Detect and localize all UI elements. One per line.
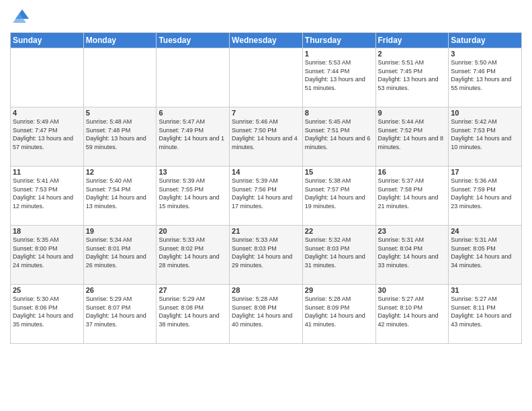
- day-info: Sunrise: 5:27 AM Sunset: 8:10 PM Dayligh…: [378, 295, 447, 328]
- calendar-cell: 6Sunrise: 5:47 AM Sunset: 7:49 PM Daylig…: [157, 107, 230, 167]
- calendar-cell: 16Sunrise: 5:37 AM Sunset: 7:58 PM Dayli…: [375, 167, 449, 226]
- calendar-cell: 23Sunrise: 5:31 AM Sunset: 8:04 PM Dayli…: [375, 226, 449, 285]
- day-info: Sunrise: 5:39 AM Sunset: 7:56 PM Dayligh…: [232, 177, 300, 210]
- day-number: 30: [378, 286, 447, 294]
- calendar-cell: 30Sunrise: 5:27 AM Sunset: 8:10 PM Dayli…: [375, 285, 449, 344]
- day-number: 23: [378, 227, 447, 235]
- day-number: 13: [159, 168, 227, 176]
- day-number: 5: [86, 109, 154, 117]
- day-number: 6: [159, 109, 227, 117]
- calendar-cell: 31Sunrise: 5:27 AM Sunset: 8:11 PM Dayli…: [449, 285, 522, 344]
- day-info: Sunrise: 5:28 AM Sunset: 8:09 PM Dayligh…: [305, 295, 373, 328]
- day-info: Sunrise: 5:40 AM Sunset: 7:54 PM Dayligh…: [86, 177, 154, 210]
- calendar-table: SundayMondayTuesdayWednesdayThursdayFrid…: [10, 32, 522, 344]
- calendar-cell: 14Sunrise: 5:39 AM Sunset: 7:56 PM Dayli…: [230, 167, 303, 226]
- day-number: 24: [451, 227, 519, 235]
- day-info: Sunrise: 5:45 AM Sunset: 7:51 PM Dayligh…: [305, 118, 373, 151]
- logo-icon: [10, 7, 30, 27]
- week-row-4: 18Sunrise: 5:35 AM Sunset: 8:00 PM Dayli…: [11, 226, 522, 285]
- week-row-1: 1Sunrise: 5:53 AM Sunset: 7:44 PM Daylig…: [11, 48, 522, 107]
- day-number: 29: [305, 286, 373, 294]
- day-number: 22: [305, 227, 373, 235]
- day-number: 19: [86, 227, 154, 235]
- calendar-cell: 3Sunrise: 5:50 AM Sunset: 7:46 PM Daylig…: [449, 48, 522, 107]
- calendar-cell: [157, 48, 230, 107]
- header-row: SundayMondayTuesdayWednesdayThursdayFrid…: [11, 33, 522, 48]
- calendar-cell: 15Sunrise: 5:38 AM Sunset: 7:57 PM Dayli…: [302, 167, 375, 226]
- day-number: 3: [451, 50, 519, 58]
- day-number: 2: [378, 50, 447, 58]
- calendar-cell: 1Sunrise: 5:53 AM Sunset: 7:44 PM Daylig…: [302, 48, 375, 107]
- calendar-cell: 4Sunrise: 5:49 AM Sunset: 7:47 PM Daylig…: [11, 107, 84, 167]
- day-info: Sunrise: 5:34 AM Sunset: 8:01 PM Dayligh…: [86, 236, 154, 269]
- calendar-cell: 5Sunrise: 5:48 AM Sunset: 7:48 PM Daylig…: [83, 107, 157, 167]
- day-number: 27: [159, 286, 227, 294]
- day-header-tuesday: Tuesday: [157, 33, 230, 48]
- header: [10, 7, 522, 27]
- day-info: Sunrise: 5:50 AM Sunset: 7:46 PM Dayligh…: [451, 58, 519, 92]
- day-header-monday: Monday: [83, 33, 157, 48]
- day-header-friday: Friday: [375, 33, 449, 48]
- day-number: 11: [13, 168, 81, 176]
- calendar-cell: 19Sunrise: 5:34 AM Sunset: 8:01 PM Dayli…: [83, 226, 157, 285]
- day-number: 20: [159, 227, 227, 235]
- week-row-2: 4Sunrise: 5:49 AM Sunset: 7:47 PM Daylig…: [11, 107, 522, 167]
- day-info: Sunrise: 5:29 AM Sunset: 8:07 PM Dayligh…: [86, 295, 154, 328]
- day-info: Sunrise: 5:31 AM Sunset: 8:04 PM Dayligh…: [378, 236, 447, 269]
- day-number: 21: [232, 227, 300, 235]
- page: SundayMondayTuesdayWednesdayThursdayFrid…: [0, 0, 532, 411]
- day-info: Sunrise: 5:38 AM Sunset: 7:57 PM Dayligh…: [305, 177, 373, 210]
- day-info: Sunrise: 5:30 AM Sunset: 8:06 PM Dayligh…: [13, 295, 81, 328]
- day-info: Sunrise: 5:39 AM Sunset: 7:55 PM Dayligh…: [159, 177, 227, 210]
- day-info: Sunrise: 5:35 AM Sunset: 8:00 PM Dayligh…: [13, 236, 81, 269]
- day-header-thursday: Thursday: [302, 33, 375, 48]
- week-row-5: 25Sunrise: 5:30 AM Sunset: 8:06 PM Dayli…: [11, 285, 522, 344]
- day-info: Sunrise: 5:48 AM Sunset: 7:48 PM Dayligh…: [86, 118, 154, 151]
- day-number: 28: [232, 286, 300, 294]
- calendar-cell: 20Sunrise: 5:33 AM Sunset: 8:02 PM Dayli…: [157, 226, 230, 285]
- day-info: Sunrise: 5:37 AM Sunset: 7:58 PM Dayligh…: [378, 177, 447, 210]
- day-number: 10: [451, 109, 519, 117]
- day-number: 26: [86, 286, 154, 294]
- calendar-cell: 17Sunrise: 5:36 AM Sunset: 7:59 PM Dayli…: [449, 167, 522, 226]
- day-info: Sunrise: 5:47 AM Sunset: 7:49 PM Dayligh…: [159, 118, 227, 151]
- day-info: Sunrise: 5:46 AM Sunset: 7:50 PM Dayligh…: [232, 118, 300, 151]
- day-number: 9: [378, 109, 447, 117]
- day-number: 1: [305, 50, 373, 58]
- calendar-cell: 7Sunrise: 5:46 AM Sunset: 7:50 PM Daylig…: [230, 107, 303, 167]
- day-info: Sunrise: 5:32 AM Sunset: 8:03 PM Dayligh…: [305, 236, 373, 269]
- calendar-cell: 2Sunrise: 5:51 AM Sunset: 7:45 PM Daylig…: [375, 48, 449, 107]
- day-number: 18: [13, 227, 81, 235]
- day-info: Sunrise: 5:36 AM Sunset: 7:59 PM Dayligh…: [451, 177, 519, 210]
- day-header-wednesday: Wednesday: [230, 33, 303, 48]
- calendar-cell: 8Sunrise: 5:45 AM Sunset: 7:51 PM Daylig…: [302, 107, 375, 167]
- day-info: Sunrise: 5:27 AM Sunset: 8:11 PM Dayligh…: [451, 295, 519, 328]
- calendar-cell: 27Sunrise: 5:29 AM Sunset: 8:08 PM Dayli…: [157, 285, 230, 344]
- calendar-cell: 9Sunrise: 5:44 AM Sunset: 7:52 PM Daylig…: [375, 107, 449, 167]
- logo: [10, 7, 33, 27]
- calendar-cell: 10Sunrise: 5:42 AM Sunset: 7:53 PM Dayli…: [449, 107, 522, 167]
- day-number: 8: [305, 109, 373, 117]
- day-info: Sunrise: 5:33 AM Sunset: 8:02 PM Dayligh…: [159, 236, 227, 269]
- calendar-cell: 25Sunrise: 5:30 AM Sunset: 8:06 PM Dayli…: [11, 285, 84, 344]
- calendar-cell: 22Sunrise: 5:32 AM Sunset: 8:03 PM Dayli…: [302, 226, 375, 285]
- calendar-cell: [230, 48, 303, 107]
- day-info: Sunrise: 5:41 AM Sunset: 7:53 PM Dayligh…: [13, 177, 81, 210]
- day-header-sunday: Sunday: [11, 33, 84, 48]
- day-number: 7: [232, 109, 300, 117]
- day-info: Sunrise: 5:51 AM Sunset: 7:45 PM Dayligh…: [378, 58, 447, 92]
- day-info: Sunrise: 5:42 AM Sunset: 7:53 PM Dayligh…: [451, 118, 519, 151]
- day-number: 25: [13, 286, 81, 294]
- calendar-cell: 21Sunrise: 5:33 AM Sunset: 8:03 PM Dayli…: [230, 226, 303, 285]
- calendar-cell: 12Sunrise: 5:40 AM Sunset: 7:54 PM Dayli…: [83, 167, 157, 226]
- calendar-cell: [11, 48, 84, 107]
- day-info: Sunrise: 5:53 AM Sunset: 7:44 PM Dayligh…: [305, 58, 373, 92]
- day-info: Sunrise: 5:29 AM Sunset: 8:08 PM Dayligh…: [159, 295, 227, 328]
- day-number: 31: [451, 286, 519, 294]
- calendar-cell: 24Sunrise: 5:31 AM Sunset: 8:05 PM Dayli…: [449, 226, 522, 285]
- day-number: 14: [232, 168, 300, 176]
- calendar-cell: [83, 48, 157, 107]
- day-info: Sunrise: 5:28 AM Sunset: 8:08 PM Dayligh…: [232, 295, 300, 328]
- calendar-cell: 18Sunrise: 5:35 AM Sunset: 8:00 PM Dayli…: [11, 226, 84, 285]
- day-number: 4: [13, 109, 81, 117]
